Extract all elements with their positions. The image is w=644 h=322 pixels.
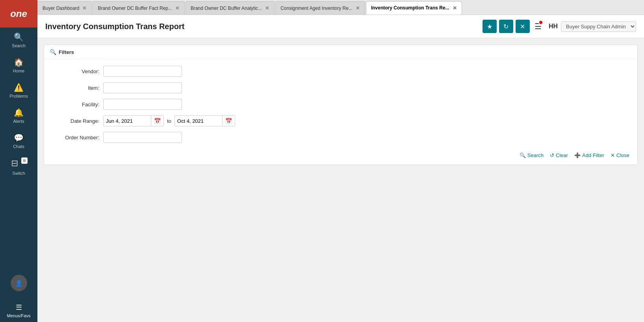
sidebar-item-label: Problems bbox=[9, 94, 28, 98]
close-icon: ✕ bbox=[520, 23, 525, 30]
sidebar-item-problems[interactable]: ⚠️ Problems bbox=[0, 78, 37, 103]
facility-input[interactable] bbox=[103, 99, 182, 110]
tab-close-icon[interactable]: ✕ bbox=[356, 5, 360, 11]
add-filter-link[interactable]: ➕ Add Filter bbox=[574, 152, 604, 158]
bell-icon: 🔔 bbox=[14, 108, 24, 117]
refresh-icon: ↻ bbox=[503, 23, 509, 30]
avatar-icon: 👤 bbox=[15, 279, 23, 287]
tab-label: Brand Owner DC Buffer Fact Rep... bbox=[98, 6, 172, 11]
order-number-input[interactable] bbox=[103, 132, 182, 143]
tab-close-icon[interactable]: ✕ bbox=[175, 5, 180, 11]
user-role-select[interactable]: Buyer Suppy Chain Admin Admin Viewer bbox=[561, 21, 636, 32]
sidebar-bottom: 👤 bbox=[0, 275, 37, 298]
date-from-calendar-button[interactable]: 📅 bbox=[151, 115, 163, 126]
sidebar-item-label: Chats bbox=[13, 144, 24, 149]
filters-title: Filters bbox=[59, 49, 74, 55]
filters-panel: 🔍 Filters Vendor: Item: Facility: bbox=[44, 44, 638, 165]
filter-row-order-number: Order Number: bbox=[52, 132, 629, 143]
user-initials: HH bbox=[549, 23, 558, 30]
order-number-label: Order Number: bbox=[52, 135, 99, 141]
close-button[interactable]: ✕ bbox=[516, 20, 530, 33]
tab-close-icon[interactable]: ✕ bbox=[82, 5, 87, 11]
close-label: Close bbox=[616, 152, 629, 158]
user-avatar[interactable]: 👤 bbox=[11, 275, 27, 291]
add-filter-label: Add Filter bbox=[582, 152, 604, 158]
sidebar-item-home[interactable]: 🏠 Home bbox=[0, 53, 37, 78]
tab-close-icon[interactable]: ✕ bbox=[453, 5, 457, 11]
switch-badge-icon: ⊞ bbox=[23, 159, 26, 163]
filter-search-icon: 🔍 bbox=[50, 49, 56, 55]
sidebar-switch-label: Switch bbox=[12, 171, 25, 176]
main-area: Buyer Dashboard ✕ Brand Owner DC Buffer … bbox=[37, 0, 644, 322]
sidebar-item-label: Search bbox=[12, 43, 26, 48]
tab-label: Buyer Dashboard bbox=[43, 6, 79, 11]
switch-badge: ⊞ bbox=[21, 157, 28, 164]
home-icon: 🏠 bbox=[14, 57, 24, 67]
date-to-calendar-button[interactable]: 📅 bbox=[222, 115, 235, 126]
menu-icon[interactable]: ☰ bbox=[535, 22, 542, 31]
add-icon: ➕ bbox=[574, 152, 581, 158]
switch-icon: ⊟ bbox=[11, 158, 18, 168]
search-label: Search bbox=[527, 152, 544, 158]
tab-label: Consignment Aged Inventory Re... bbox=[280, 6, 353, 11]
close-link[interactable]: ✕ Close bbox=[611, 152, 629, 158]
notification-dot bbox=[538, 20, 543, 25]
facility-label: Facility: bbox=[52, 102, 99, 107]
date-range-row: 📅 to 📅 bbox=[103, 115, 235, 126]
sidebar-item-switch[interactable]: ⊟ ⊞ Switch bbox=[0, 154, 37, 180]
tab-close-icon[interactable]: ✕ bbox=[265, 5, 269, 11]
vendor-label: Vendor: bbox=[52, 68, 99, 74]
switch-icon-wrap: ⊟ ⊞ bbox=[11, 158, 27, 169]
page-header: Inventory Consumption Trans Report ★ ↻ ✕… bbox=[37, 15, 644, 38]
clear-icon: ↺ bbox=[550, 152, 554, 158]
clear-label: Clear bbox=[556, 152, 568, 158]
filters-footer: 🔍 Search ↺ Clear ➕ Add Filter ✕ Close bbox=[44, 148, 637, 158]
date-from-input[interactable] bbox=[104, 115, 151, 126]
app-logo[interactable]: one bbox=[0, 0, 37, 28]
tab-label: Brand Owner DC Buffer Analytic... bbox=[191, 6, 262, 11]
filters-header: 🔍 Filters bbox=[44, 45, 637, 59]
filters-body: Vendor: Item: Facility: Date Range: bbox=[44, 59, 637, 143]
sidebar-item-search[interactable]: 🔍 Search bbox=[0, 28, 37, 53]
search-icon: 🔍 bbox=[520, 152, 526, 158]
menus-favs-label: Menus/Favs bbox=[7, 313, 31, 318]
item-input[interactable] bbox=[103, 82, 182, 93]
date-to-wrap: 📅 bbox=[174, 115, 235, 126]
logo-text: one bbox=[10, 8, 27, 19]
search-icon: 🔍 bbox=[14, 32, 24, 42]
tab-buyer-dashboard[interactable]: Buyer Dashboard ✕ bbox=[37, 1, 92, 15]
date-from-wrap: 📅 bbox=[103, 115, 164, 126]
header-actions: ★ ↻ ✕ ☰ HH Buyer Suppy Chain Admin Admin… bbox=[483, 20, 636, 33]
warning-icon: ⚠️ bbox=[14, 83, 24, 92]
page-title: Inventory Consumption Trans Report bbox=[45, 22, 483, 31]
close-x-icon: ✕ bbox=[611, 152, 615, 158]
favorite-button[interactable]: ★ bbox=[483, 20, 497, 33]
tab-brand-owner-dc-buffer-fact[interactable]: Brand Owner DC Buffer Fact Rep... ✕ bbox=[93, 1, 185, 15]
tab-consignment-aged-inventory[interactable]: Consignment Aged Inventory Re... ✕ bbox=[275, 1, 365, 15]
filter-row-facility: Facility: bbox=[52, 99, 629, 110]
tab-inventory-consumption-trans[interactable]: Inventory Consumption Trans Re... ✕ bbox=[366, 1, 462, 15]
star-icon: ★ bbox=[487, 23, 492, 30]
chat-icon: 💬 bbox=[14, 133, 24, 142]
tab-brand-owner-dc-buffer-analytic[interactable]: Brand Owner DC Buffer Analytic... ✕ bbox=[186, 1, 275, 15]
tab-bar: Buyer Dashboard ✕ Brand Owner DC Buffer … bbox=[37, 0, 644, 15]
sidebar: one 🔍 Search 🏠 Home ⚠️ Problems 🔔 Alerts… bbox=[0, 0, 37, 322]
vendor-input[interactable] bbox=[103, 66, 182, 77]
date-to-input[interactable] bbox=[175, 115, 222, 126]
search-link[interactable]: 🔍 Search bbox=[520, 152, 544, 158]
tab-label: Inventory Consumption Trans Re... bbox=[371, 5, 449, 11]
calendar-icon: 📅 bbox=[154, 118, 161, 124]
filter-row-item: Item: bbox=[52, 82, 629, 93]
date-to-label: to bbox=[167, 118, 171, 124]
sidebar-item-chats[interactable]: 💬 Chats bbox=[0, 128, 37, 154]
refresh-button[interactable]: ↻ bbox=[499, 20, 513, 33]
filter-row-vendor: Vendor: bbox=[52, 66, 629, 77]
sidebar-item-alerts[interactable]: 🔔 Alerts bbox=[0, 103, 37, 128]
menus-favs-section[interactable]: ☰ Menus/Favs bbox=[0, 298, 37, 322]
menus-favs-icon: ☰ bbox=[16, 303, 22, 312]
clear-link[interactable]: ↺ Clear bbox=[550, 152, 568, 158]
sidebar-item-label: Home bbox=[13, 68, 24, 73]
date-range-label: Date Range: bbox=[52, 118, 99, 124]
calendar-icon: 📅 bbox=[225, 118, 232, 124]
filter-row-date-range: Date Range: 📅 to 📅 bbox=[52, 115, 629, 126]
